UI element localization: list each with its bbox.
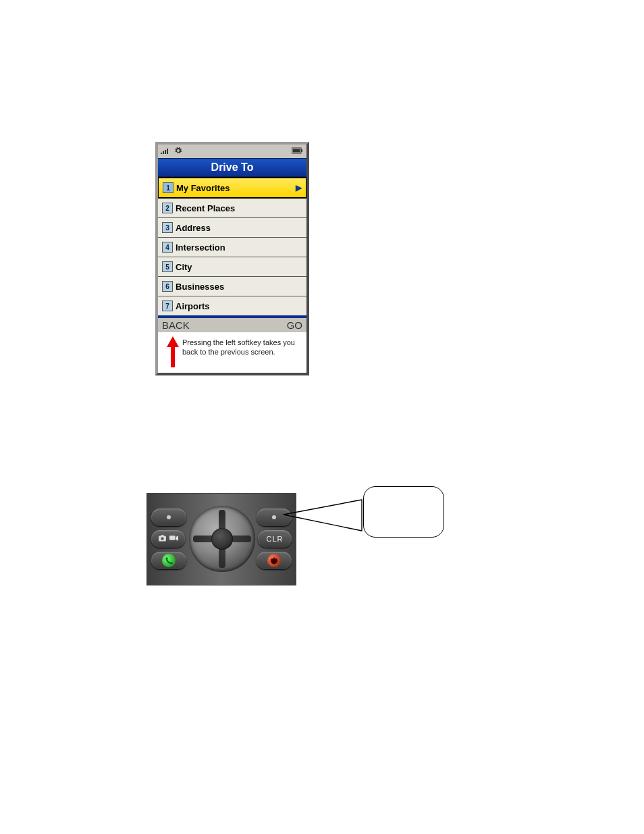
gear-icon — [174, 147, 182, 156]
menu-item-address[interactable]: 3 Address — [158, 218, 306, 238]
menu-label: Address — [176, 223, 211, 233]
menu-label: Businesses — [176, 282, 224, 292]
call-button[interactable] — [151, 552, 186, 569]
menu-index: 4 — [162, 242, 173, 253]
power-icon — [267, 554, 281, 567]
call-icon — [162, 554, 176, 567]
menu-index: 6 — [162, 281, 173, 292]
menu-index: 5 — [162, 261, 173, 272]
menu-label: City — [176, 262, 192, 272]
menu-index: 2 — [162, 203, 173, 213]
menu-label: My Favorites — [176, 183, 230, 193]
callout — [282, 486, 444, 567]
softkey-left-button[interactable] — [151, 509, 186, 526]
camera-button[interactable] — [151, 530, 185, 548]
dot-icon — [272, 515, 276, 519]
menu-label: Recent Places — [176, 203, 235, 213]
svg-rect-1 — [301, 149, 302, 152]
screen-title: Drive To — [158, 158, 306, 177]
callout-leader-line — [282, 486, 363, 554]
drive-to-menu: 1 My Favorites ▶ 2 Recent Places 3 Addre… — [158, 177, 306, 315]
dpad[interactable] — [189, 506, 255, 572]
menu-label: Intersection — [176, 242, 225, 253]
phone-screen-frame: Drive To 1 My Favorites ▶ 2 Recent Place… — [155, 142, 309, 375]
menu-index: 7 — [162, 301, 173, 311]
clr-label: CLR — [266, 535, 283, 543]
softkey-bar: BACK GO — [158, 318, 306, 332]
up-arrow-icon — [163, 336, 182, 367]
phone-keypad-photo: CLR — [146, 493, 296, 585]
hint-text: Pressing the left softkey takes you back… — [182, 336, 301, 367]
camera-icon — [158, 534, 167, 544]
softkey-go[interactable]: GO — [287, 319, 302, 331]
battery-icon — [292, 147, 304, 155]
hint-area: Pressing the left softkey takes you back… — [158, 332, 306, 373]
menu-index: 3 — [162, 222, 173, 233]
callout-bubble — [363, 486, 444, 538]
menu-item-my-favorites[interactable]: 1 My Favorites ▶ — [158, 177, 306, 199]
menu-item-businesses[interactable]: 6 Businesses — [158, 277, 306, 296]
video-camera-icon — [169, 534, 178, 544]
status-bar — [158, 145, 306, 158]
svg-rect-2 — [293, 149, 300, 153]
menu-item-city[interactable]: 5 City — [158, 257, 306, 277]
dot-icon — [167, 515, 171, 519]
menu-index: 1 — [163, 182, 173, 193]
menu-item-airports[interactable]: 7 Airports — [158, 296, 306, 315]
chevron-right-icon: ▶ — [296, 183, 302, 192]
softkey-back[interactable]: BACK — [162, 319, 190, 331]
menu-item-recent-places[interactable]: 2 Recent Places — [158, 199, 306, 218]
menu-label: Airports — [176, 301, 210, 311]
dpad-center-button[interactable] — [211, 528, 233, 550]
signal-icon — [161, 147, 170, 155]
menu-item-intersection[interactable]: 4 Intersection — [158, 238, 306, 257]
